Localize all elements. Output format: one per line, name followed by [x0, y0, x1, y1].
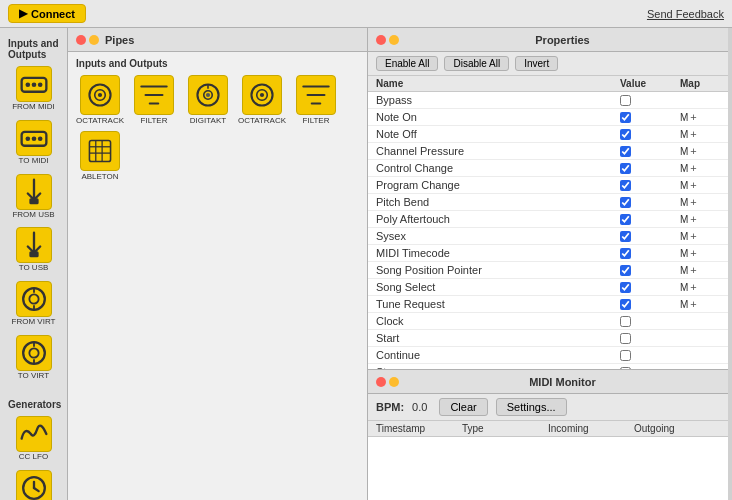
row-map-3: M+: [680, 145, 720, 157]
row-checkbox-9[interactable]: [620, 248, 631, 259]
properties-section: Properties Enable All Disable All Invert…: [368, 28, 728, 370]
row-map-10: M+: [680, 264, 720, 276]
clock-icon: [16, 470, 52, 500]
connect-label: Connect: [31, 8, 75, 20]
row-name-4: Control Change: [376, 161, 620, 175]
map-m-5: M: [680, 180, 688, 191]
close-button[interactable]: [76, 35, 86, 45]
map-plus-4[interactable]: +: [690, 162, 696, 174]
props-close-button[interactable]: [376, 35, 386, 45]
map-plus-6[interactable]: +: [690, 196, 696, 208]
row-checkbox-0[interactable]: [620, 95, 631, 106]
map-plus-7[interactable]: +: [690, 213, 696, 225]
octatrack-2-icon: [242, 75, 282, 115]
settings-button[interactable]: Settings...: [496, 398, 567, 416]
clear-button[interactable]: Clear: [439, 398, 487, 416]
row-checkbox-12[interactable]: [620, 299, 631, 310]
sidebar-item-clock[interactable]: CLOCK: [0, 466, 67, 500]
sidebar-item-to-usb[interactable]: TO USB: [0, 223, 67, 277]
row-checkbox-10[interactable]: [620, 265, 631, 276]
from-usb-label: FROM USB: [12, 211, 54, 220]
monitor-table-header: Timestamp Type Incoming Outgoing: [368, 421, 728, 437]
props-minimize-button[interactable]: [389, 35, 399, 45]
row-checkbox-6[interactable]: [620, 197, 631, 208]
row-value-5: [620, 180, 680, 191]
row-checkbox-13[interactable]: [620, 316, 631, 327]
row-checkbox-8[interactable]: [620, 231, 631, 242]
cc-lfo-icon: [16, 416, 52, 452]
svg-point-3: [37, 82, 42, 87]
top-bar: ▶ Connect Send Feedback: [0, 0, 732, 28]
row-name-1: Note On: [376, 110, 620, 124]
monitor-col-outgoing: Outgoing: [634, 423, 720, 434]
pipe-device-digitakt[interactable]: DIGITAKT: [184, 75, 232, 125]
row-checkbox-5[interactable]: [620, 180, 631, 191]
row-name-12: Tune Request: [376, 297, 620, 311]
midi-monitor-title: MIDI Monitor: [405, 376, 720, 388]
table-row: Start: [368, 330, 728, 347]
ableton-label: ABLETON: [81, 172, 118, 181]
pipe-device-filter-2[interactable]: FILTER: [292, 75, 340, 125]
sidebar-item-from-midi[interactable]: FROM MIDI: [0, 62, 67, 116]
row-checkbox-3[interactable]: [620, 146, 631, 157]
map-plus-12[interactable]: +: [690, 298, 696, 310]
svg-point-5: [25, 136, 30, 141]
sidebar-item-to-virt[interactable]: TO VIRT: [0, 331, 67, 385]
pipes-device-grid: OCTATRACK FILTER: [68, 71, 367, 185]
sidebar-item-to-midi[interactable]: TO MIDI: [0, 116, 67, 170]
row-value-10: [620, 265, 680, 276]
row-checkbox-1[interactable]: [620, 112, 631, 123]
row-value-6: [620, 197, 680, 208]
minimize-button[interactable]: [89, 35, 99, 45]
pipe-device-octatrack-2[interactable]: OCTATRACK: [238, 75, 286, 125]
col-name: Name: [376, 78, 620, 89]
row-checkbox-11[interactable]: [620, 282, 631, 293]
row-name-8: Sysex: [376, 229, 620, 243]
map-plus-9[interactable]: +: [690, 247, 696, 259]
row-checkbox-15[interactable]: [620, 350, 631, 361]
props-window-controls: [376, 35, 399, 45]
properties-toolbar: Enable All Disable All Invert: [368, 52, 728, 76]
connect-button[interactable]: ▶ Connect: [8, 4, 86, 23]
midi-monitor-section: MIDI Monitor BPM: 0.0 Clear Settings... …: [368, 370, 728, 500]
send-feedback-link[interactable]: Send Feedback: [647, 8, 724, 20]
map-plus-3[interactable]: +: [690, 145, 696, 157]
from-usb-icon: [16, 174, 52, 210]
invert-button[interactable]: Invert: [515, 56, 558, 71]
row-map-11: M+: [680, 281, 720, 293]
sidebar-item-cc-lfo[interactable]: CC LFO: [0, 412, 67, 466]
map-plus-11[interactable]: +: [690, 281, 696, 293]
monitor-col-type: Type: [462, 423, 548, 434]
pipe-device-ableton[interactable]: ABLETON: [76, 131, 124, 181]
sidebar-item-from-virt[interactable]: FROM VIRT: [0, 277, 67, 331]
pipes-title: Pipes: [105, 34, 134, 46]
map-plus-8[interactable]: +: [690, 230, 696, 242]
pipe-device-filter-1[interactable]: FILTER: [130, 75, 178, 125]
properties-header: Properties: [368, 28, 728, 52]
row-checkbox-2[interactable]: [620, 129, 631, 140]
row-name-9: MIDI Timecode: [376, 246, 620, 260]
row-map-7: M+: [680, 213, 720, 225]
row-map-1: M+: [680, 111, 720, 123]
enable-all-button[interactable]: Enable All: [376, 56, 438, 71]
row-checkbox-4[interactable]: [620, 163, 631, 174]
pipe-window-controls: [76, 35, 99, 45]
pipe-device-octatrack-1[interactable]: OCTATRACK: [76, 75, 124, 125]
disable-all-button[interactable]: Disable All: [444, 56, 509, 71]
row-map-5: M+: [680, 179, 720, 191]
row-name-5: Program Change: [376, 178, 620, 192]
sidebar-item-from-usb[interactable]: FROM USB: [0, 170, 67, 224]
monitor-minimize-button[interactable]: [389, 377, 399, 387]
row-name-0: Bypass: [376, 93, 620, 107]
map-plus-2[interactable]: +: [690, 128, 696, 140]
to-midi-label: TO MIDI: [18, 157, 48, 166]
row-checkbox-16[interactable]: [620, 367, 631, 370]
row-checkbox-14[interactable]: [620, 333, 631, 344]
row-checkbox-7[interactable]: [620, 214, 631, 225]
row-map-9: M+: [680, 247, 720, 259]
map-plus-10[interactable]: +: [690, 264, 696, 276]
map-plus-5[interactable]: +: [690, 179, 696, 191]
row-name-14: Start: [376, 331, 620, 345]
map-plus-1[interactable]: +: [690, 111, 696, 123]
monitor-close-button[interactable]: [376, 377, 386, 387]
